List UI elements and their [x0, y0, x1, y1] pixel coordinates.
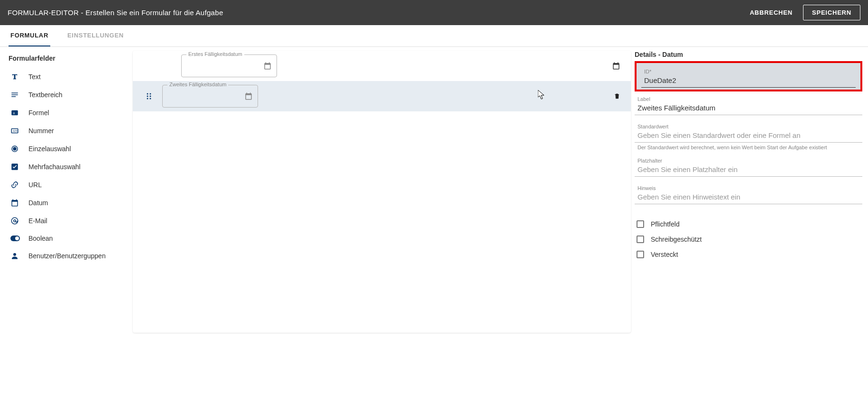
app-header: FORMULAR-EDITOR - Erstellen Sie ein Form… [0, 0, 868, 25]
textarea-icon [10, 91, 20, 99]
svg-point-14 [147, 96, 148, 97]
field-type-label: Textbereich [28, 91, 63, 99]
id-label: ID* [641, 69, 856, 74]
field-type-label: Mehrfachauswahl [28, 163, 81, 171]
checkbox-icon [10, 163, 20, 171]
delete-icon[interactable] [614, 92, 620, 100]
drag-handle-icon[interactable] [143, 92, 155, 100]
date-input-preview[interactable]: Zweites Fälligkeitsdatum [162, 85, 258, 108]
field-legend: Erstes Fälligkeitsdatum [186, 51, 244, 57]
field-type-number[interactable]: 123 Nummer [9, 122, 124, 140]
link-icon [10, 181, 20, 189]
id-input[interactable] [641, 74, 856, 88]
default-input[interactable] [635, 129, 862, 143]
person-icon [10, 252, 20, 260]
svg-point-16 [147, 98, 148, 100]
calendar-icon [10, 199, 20, 207]
field-type-radio[interactable]: Einzelauswahl [9, 140, 124, 158]
header-title: FORMULAR-EDITOR - Erstellen Sie ein Form… [8, 9, 223, 17]
checkbox-icon[interactable] [637, 236, 644, 243]
field-type-boolean[interactable]: Boolean [9, 230, 124, 247]
required-label: Pflichtfeld [651, 220, 680, 228]
svg-point-5 [13, 147, 16, 150]
calendar-icon [244, 92, 253, 100]
required-checkbox-row[interactable]: Pflichtfeld [635, 217, 862, 232]
default-helper: Der Standardwert wird berechnet, wenn ke… [635, 145, 862, 150]
cancel-button[interactable]: ABBRECHEN [743, 5, 799, 20]
hint-input[interactable] [635, 191, 862, 204]
field-type-url[interactable]: URL [9, 176, 124, 194]
field-type-label: Text [28, 73, 41, 81]
sidebar-title: Formularfelder [9, 54, 124, 62]
readonly-checkbox-row[interactable]: Schreibgeschützt [635, 232, 862, 247]
text-icon [10, 73, 20, 81]
svg-point-12 [147, 93, 148, 95]
field-type-label: Benutzer/Benutzerguppen [28, 252, 106, 260]
svg-point-17 [150, 98, 151, 100]
form-canvas: ⠿ Erstes Fälligkeitsdatum Zweites Fällig… [133, 47, 631, 336]
hidden-checkbox-row[interactable]: Versteckt [635, 247, 862, 262]
save-button[interactable]: SPEICHERN [803, 5, 860, 20]
form-field-row[interactable]: Zweites Fälligkeitsdatum [133, 81, 631, 111]
field-type-label: Nummer [28, 127, 54, 135]
field-type-textarea[interactable]: Textbereich [9, 86, 124, 104]
field-type-text[interactable]: Text [9, 68, 124, 86]
field-type-label: Formel [28, 109, 49, 117]
svg-point-11 [13, 253, 16, 256]
svg-text:123: 123 [13, 129, 18, 132]
date-input-preview[interactable]: Erstes Fälligkeitsdatum [181, 54, 277, 77]
field-type-label: Einzelauswahl [28, 145, 71, 153]
tab-formular[interactable]: FORMULAR [9, 25, 50, 46]
tab-bar: FORMULAR EINSTELLUNGEN [0, 25, 868, 47]
tab-einstellungen[interactable]: EINSTELLUNGEN [65, 25, 126, 46]
svg-point-13 [150, 93, 151, 95]
hidden-label: Versteckt [651, 251, 678, 258]
label-label: Label [635, 96, 862, 102]
placeholder-input[interactable] [635, 163, 862, 177]
field-type-email[interactable]: E-Mail [9, 212, 124, 230]
field-type-label: URL [28, 181, 42, 189]
readonly-label: Schreibgeschützt [651, 236, 702, 243]
field-type-date[interactable]: Datum [9, 194, 124, 212]
at-icon [10, 217, 20, 225]
form-field-row[interactable]: ⠿ Erstes Fälligkeitsdatum [133, 51, 631, 81]
calendar-icon [612, 62, 620, 70]
field-type-checkbox[interactable]: Mehrfachauswahl [9, 158, 124, 176]
checkbox-icon[interactable] [637, 251, 644, 258]
svg-text:±: ± [13, 111, 15, 115]
sidebar-field-palette: Formularfelder Text Textbereich ± Formel… [0, 47, 133, 336]
svg-point-10 [15, 236, 19, 240]
field-legend: Zweites Fälligkeitsdatum [167, 82, 228, 87]
details-title: Details - Datum [635, 51, 862, 58]
highlighted-id-field: ID* [635, 61, 862, 91]
toggle-icon [10, 236, 20, 241]
hint-label: Hinweis [635, 185, 862, 191]
field-type-label: Boolean [28, 235, 53, 242]
placeholder-label: Platzhalter [635, 158, 862, 163]
field-type-user[interactable]: Benutzer/Benutzerguppen [9, 247, 124, 265]
field-type-label: E-Mail [28, 217, 47, 225]
number-icon: 123 [10, 127, 20, 135]
checkbox-icon[interactable] [637, 220, 644, 228]
default-label: Standardwert [635, 124, 862, 129]
svg-point-15 [150, 96, 151, 97]
details-panel: Details - Datum ID* Label Standardwert D… [631, 47, 868, 336]
label-input[interactable] [635, 102, 862, 115]
field-type-formula[interactable]: ± Formel [9, 104, 124, 122]
formula-icon: ± [10, 109, 20, 117]
calendar-icon [263, 62, 272, 70]
field-type-label: Datum [28, 199, 48, 207]
radio-icon [10, 145, 20, 153]
